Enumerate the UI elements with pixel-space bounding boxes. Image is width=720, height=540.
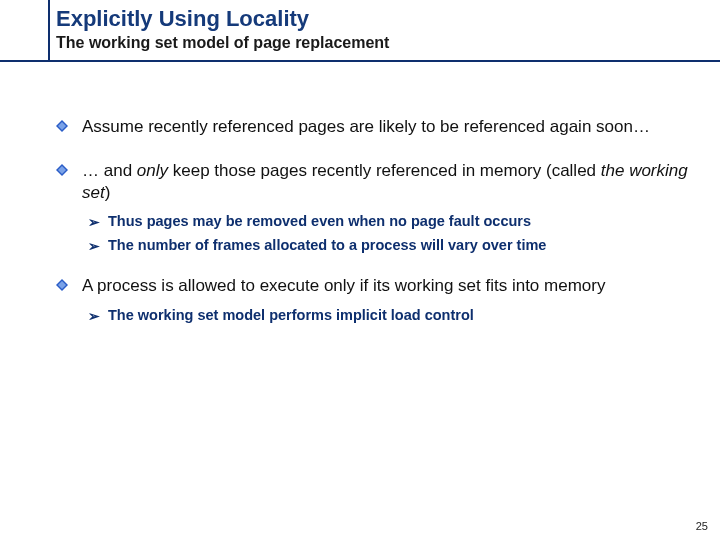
diamond-bullet-icon (56, 120, 68, 132)
sub-bullet-text: The working set model performs implicit … (108, 306, 474, 326)
bullet-group: A process is allowed to execute only if … (56, 275, 688, 325)
slide-title: Explicitly Using Locality (56, 6, 720, 32)
slide-subtitle: The working set model of page replacemen… (56, 34, 720, 52)
chevron-right-icon: ➢ (88, 308, 100, 324)
chevron-right-icon: ➢ (88, 214, 100, 230)
text-fragment: ) (105, 183, 111, 202)
text-emphasis: only (137, 161, 168, 180)
diamond-bullet-icon (56, 279, 68, 291)
diamond-bullet-icon (56, 164, 68, 176)
sub-bullet-text: The number of frames allocated to a proc… (108, 236, 546, 256)
sub-bullet-text: Thus pages may be removed even when no p… (108, 212, 531, 232)
slide: Explicitly Using Locality The working se… (0, 0, 720, 540)
chevron-right-icon: ➢ (88, 238, 100, 254)
bullet-text: Assume recently referenced pages are lik… (82, 116, 650, 138)
bullet-text: … and only keep those pages recently ref… (82, 160, 688, 204)
text-fragment: keep those pages recently referenced in … (168, 161, 601, 180)
bullet-item: Assume recently referenced pages are lik… (56, 116, 688, 138)
text-fragment: … and (82, 161, 137, 180)
page-number: 25 (696, 520, 708, 532)
bullet-item: … and only keep those pages recently ref… (56, 160, 688, 204)
bullet-group: … and only keep those pages recently ref… (56, 160, 688, 255)
sub-bullet-item: ➢ Thus pages may be removed even when no… (88, 212, 688, 232)
slide-header: Explicitly Using Locality The working se… (0, 0, 720, 52)
bullet-text: A process is allowed to execute only if … (82, 275, 605, 297)
horizontal-rule (0, 60, 720, 62)
sub-bullet-item: ➢ The working set model performs implici… (88, 306, 688, 326)
slide-body: Assume recently referenced pages are lik… (56, 116, 688, 345)
sub-bullet-item: ➢ The number of frames allocated to a pr… (88, 236, 688, 256)
bullet-item: A process is allowed to execute only if … (56, 275, 688, 297)
